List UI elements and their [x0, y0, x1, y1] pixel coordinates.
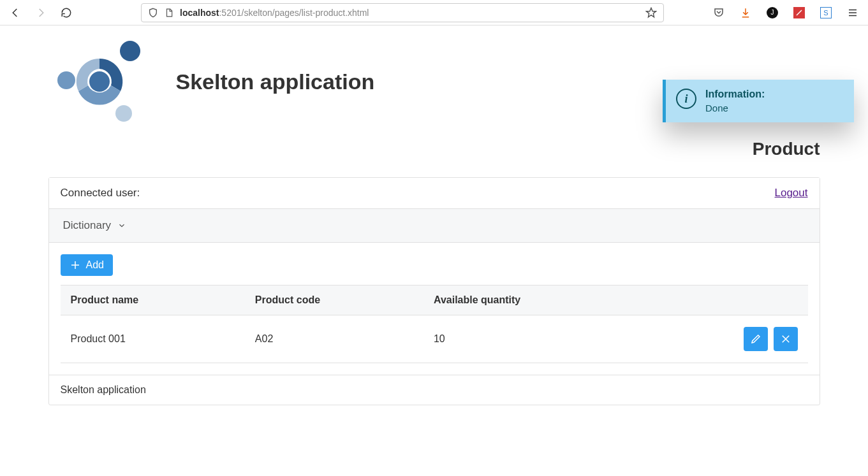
edit-button[interactable]	[744, 327, 768, 351]
delete-button[interactable]	[774, 327, 798, 351]
col-actions	[647, 285, 807, 315]
url-host: localhost	[180, 8, 219, 18]
app-title: Skelton application	[176, 69, 375, 94]
svg-point-3	[115, 105, 132, 122]
menu-bar: Dictionary	[49, 209, 820, 243]
dictionary-label: Dictionary	[63, 219, 112, 232]
plus-icon	[70, 259, 81, 271]
pencil-icon	[750, 333, 761, 345]
svg-point-2	[57, 71, 75, 89]
url-path: :5201/skelton/pages/list-product.xhtml	[219, 8, 369, 18]
logout-link[interactable]: Logout	[775, 187, 808, 199]
col-available-qty: Available quantity	[423, 285, 647, 315]
reload-button[interactable]	[61, 7, 72, 18]
profile-icon[interactable]: J	[767, 7, 778, 18]
bookmark-star-icon[interactable]	[645, 7, 657, 18]
add-button[interactable]: Add	[61, 254, 113, 276]
col-product-name: Product name	[61, 285, 245, 315]
table-row: Product 001 A02 10	[61, 315, 808, 363]
dictionary-menu[interactable]: Dictionary	[63, 219, 127, 232]
page-heading: Product	[753, 139, 820, 159]
hamburger-menu-icon[interactable]	[847, 7, 858, 18]
cell-available-qty: 10	[423, 315, 647, 363]
table-header-row: Product name Product code Available quan…	[61, 285, 808, 315]
connected-user-label: Connected user:	[61, 187, 140, 199]
back-button[interactable]	[10, 7, 21, 18]
extension-icon-1[interactable]	[793, 7, 805, 18]
svg-point-1	[120, 41, 140, 61]
url-text: localhost:5201/skelton/pages/list-produc…	[180, 8, 369, 18]
svg-point-0	[89, 71, 110, 92]
page-icon	[165, 8, 173, 18]
card-footer: Skelton application	[49, 375, 820, 405]
forward-button[interactable]	[35, 7, 47, 18]
info-toast: i Information: Done	[663, 80, 854, 122]
browser-toolbar: localhost:5201/skelton/pages/list-produc…	[0, 0, 868, 25]
content-body: Add Product name Product code Available …	[49, 243, 820, 375]
shield-icon	[148, 8, 158, 18]
add-label: Add	[86, 259, 104, 271]
download-icon[interactable]	[740, 7, 751, 18]
cell-actions	[647, 315, 807, 363]
cell-product-code: A02	[245, 315, 423, 363]
nav-buttons	[10, 7, 72, 18]
url-bar[interactable]: localhost:5201/skelton/pages/list-produc…	[141, 3, 664, 22]
toast-body: Done	[705, 103, 765, 113]
extension-icon-2[interactable]: S	[820, 7, 832, 18]
browser-right-icons: J S	[713, 7, 858, 18]
product-table: Product name Product code Available quan…	[61, 285, 808, 363]
info-icon: i	[676, 89, 696, 109]
cell-product-name: Product 001	[61, 315, 245, 363]
user-bar: Connected user: Logout	[49, 178, 820, 209]
pocket-icon[interactable]	[713, 7, 725, 18]
col-product-code: Product code	[245, 285, 423, 315]
close-icon	[780, 333, 791, 345]
toast-title: Information:	[705, 89, 765, 100]
chevron-down-icon	[117, 221, 126, 230]
app-logo	[48, 31, 151, 133]
main-card: Connected user: Logout Dictionary Add Pr…	[48, 177, 820, 405]
